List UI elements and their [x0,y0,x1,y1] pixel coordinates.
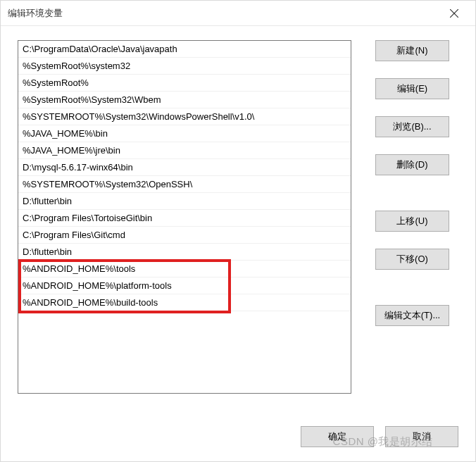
dialog-window: 编辑环境变量 C:\ProgramData\Oracle\Java\javapa… [0,0,476,462]
moveup-button[interactable]: 上移(U) [375,211,449,232]
list-item[interactable]: C:\Program Files\TortoiseGit\bin [18,210,351,227]
list-item[interactable]: %ANDROID_HOME%\tools [18,261,351,277]
edit-button[interactable]: 编辑(E) [375,78,449,99]
footer-buttons: 确定 取消 [301,426,458,447]
list-item[interactable]: C:\Program Files\Git\cmd [18,227,351,244]
list-item[interactable]: C:\ProgramData\Oracle\Java\javapath [18,41,351,58]
list-item[interactable]: D:\flutter\bin [18,193,351,210]
cancel-button[interactable]: 取消 [385,426,458,447]
movedown-button[interactable]: 下移(O) [375,249,449,270]
new-button[interactable]: 新建(N) [375,40,449,61]
list-item[interactable]: D:\flutter\bin [18,244,351,261]
edittext-button[interactable]: 编辑文本(T)... [375,305,449,326]
list-item[interactable]: D:\mysql-5.6.17-winx64\bin [18,159,351,176]
close-icon[interactable] [440,3,468,24]
window-title: 编辑环境变量 [8,7,440,20]
list-item[interactable]: %ANDROID_HOME%\platform-tools [18,277,351,294]
list-item[interactable]: %ANDROID_HOME%\build-tools [18,294,351,311]
browse-button[interactable]: 浏览(B)... [375,116,449,137]
delete-button[interactable]: 删除(D) [375,154,449,175]
titlebar: 编辑环境变量 [1,1,475,26]
list-item[interactable]: %SYSTEMROOT%\System32\WindowsPowerShell\… [18,108,351,125]
list-item[interactable]: %JAVA_HOME%\jre\bin [18,142,351,159]
ok-button[interactable]: 确定 [301,426,374,447]
list-item[interactable]: %SYSTEMROOT%\System32\OpenSSH\ [18,176,351,193]
list-item[interactable]: %JAVA_HOME%\bin [18,125,351,142]
list-item[interactable]: %SystemRoot%\System32\Wbem [18,92,351,108]
list-item[interactable]: %SystemRoot% [18,75,351,92]
list-item[interactable]: %SystemRoot%\system32 [18,58,351,75]
content-area: C:\ProgramData\Oracle\Java\javapath%Syst… [1,26,475,401]
side-buttons: 新建(N) 编辑(E) 浏览(B)... 删除(D) 上移(U) 下移(O) 编… [375,40,449,394]
path-listbox[interactable]: C:\ProgramData\Oracle\Java\javapath%Syst… [18,40,351,394]
